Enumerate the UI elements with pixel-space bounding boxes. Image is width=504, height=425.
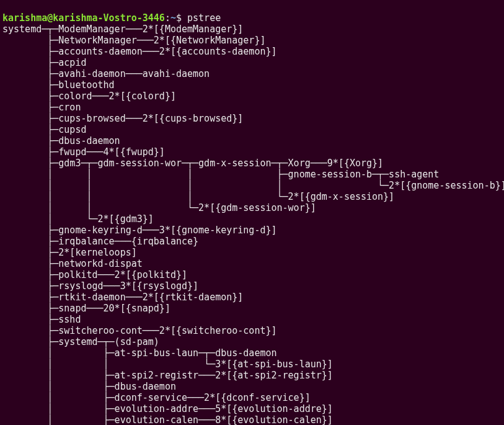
prompt-path: ~ bbox=[170, 12, 176, 24]
command-text: pstree bbox=[187, 12, 221, 24]
prompt-colon: : bbox=[165, 12, 170, 24]
pstree-output: systemd─┬─ModemManager───2*[{ModemManage… bbox=[2, 24, 502, 425]
prompt-user-host: karishma@karishma-Vostro-3446 bbox=[2, 12, 165, 24]
terminal-output[interactable]: karishma@karishma-Vostro-3446:~$ pstree … bbox=[0, 0, 504, 425]
prompt-dollar: $ bbox=[176, 12, 182, 24]
